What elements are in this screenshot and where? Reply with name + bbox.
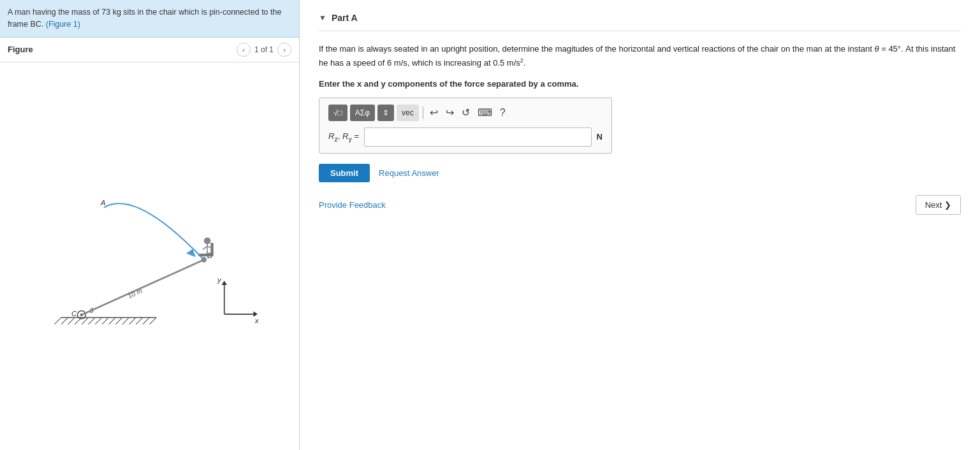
svg-line-9: [109, 317, 116, 324]
next-button[interactable]: Next ❯: [916, 195, 961, 215]
part-label: Part A: [332, 13, 358, 23]
svg-text:A: A: [100, 198, 106, 207]
redo-button[interactable]: ↪: [443, 105, 457, 120]
answer-input[interactable]: [364, 127, 592, 147]
svg-text:C: C: [71, 309, 77, 317]
svg-line-7: [95, 317, 102, 324]
left-panel: A man having the mass of 73 kg sits in t…: [0, 0, 300, 450]
toolbar-separator: [423, 106, 423, 119]
svg-line-15: [150, 317, 157, 324]
request-answer-link[interactable]: Request Answer: [379, 168, 439, 178]
svg-text:10 m: 10 m: [126, 286, 143, 300]
figure-header: Figure ‹ 1 of 1 ›: [0, 38, 299, 62]
figure-section: Figure ‹ 1 of 1 ›: [0, 38, 299, 451]
figure-canvas: C θ 10 m B: [0, 62, 299, 451]
input-label: Rz, Ry =: [328, 131, 359, 143]
svg-line-20: [82, 259, 204, 314]
vec-label: vec: [402, 108, 414, 117]
refresh-icon: ↺: [462, 106, 470, 119]
bottom-row: Provide Feedback Next ❯: [319, 195, 961, 215]
figure-title: Figure: [8, 45, 33, 54]
vec-button[interactable]: vec: [397, 105, 419, 121]
updown-icon: ⇕: [383, 108, 389, 117]
svg-line-3: [68, 317, 75, 324]
help-icon: ?: [500, 107, 506, 119]
undo-icon: ↩: [430, 106, 438, 119]
math-toolbar: √□ ΑΣφ ⇕ vec ↩ ↪ ↺ ⌨: [328, 105, 603, 121]
svg-line-10: [115, 317, 122, 324]
math-input-box: √□ ΑΣφ ⇕ vec ↩ ↪ ↺ ⌨: [319, 98, 612, 154]
keyboard-icon: ⌨: [478, 106, 492, 119]
refresh-button[interactable]: ↺: [459, 105, 472, 120]
figure-next-button[interactable]: ›: [277, 43, 291, 57]
svg-line-2: [61, 317, 68, 324]
svg-text:x: x: [254, 316, 260, 324]
redo-icon: ↪: [446, 106, 454, 119]
problem-statement: A man having the mass of 73 kg sits in t…: [0, 0, 299, 38]
svg-line-1: [54, 317, 61, 324]
svg-line-8: [102, 317, 109, 324]
svg-line-12: [129, 317, 136, 324]
figure-diagram: C θ 10 m B: [0, 62, 299, 451]
next-label: Next ❯: [925, 200, 951, 210]
keyboard-button[interactable]: ⌨: [475, 105, 495, 120]
alpha-sigma-button[interactable]: ΑΣφ: [350, 105, 375, 121]
submit-button[interactable]: Submit: [319, 164, 370, 182]
right-panel: ▼ Part A If the man is always seated in …: [300, 0, 980, 450]
question-main: If the man is always seated in an uprigh…: [319, 43, 961, 70]
figure-prev-button[interactable]: ‹: [237, 43, 251, 57]
figure-page: 1 of 1: [254, 45, 274, 54]
updown-button[interactable]: ⇕: [377, 105, 394, 121]
svg-text:y: y: [217, 275, 222, 283]
action-row: Submit Request Answer: [319, 164, 961, 182]
input-row: Rz, Ry = N: [328, 127, 603, 147]
svg-point-26: [204, 237, 211, 244]
figure-nav: ‹ 1 of 1 ›: [237, 43, 291, 57]
part-header: ▼ Part A: [319, 13, 961, 31]
collapse-icon[interactable]: ▼: [319, 13, 326, 22]
help-button[interactable]: ?: [497, 106, 508, 120]
alpha-sigma-label: ΑΣφ: [355, 108, 370, 117]
svg-line-6: [89, 317, 96, 324]
svg-line-14: [143, 317, 150, 324]
sqrt-button[interactable]: √□: [328, 105, 347, 121]
undo-button[interactable]: ↩: [427, 105, 441, 120]
svg-marker-37: [221, 280, 227, 284]
svg-line-11: [122, 317, 129, 324]
question-sub: Enter the x and y components of the forc…: [319, 79, 961, 89]
figure-link[interactable]: (Figure 1): [46, 20, 80, 29]
provide-feedback-link[interactable]: Provide Feedback: [319, 200, 386, 210]
svg-line-13: [136, 317, 143, 324]
sqrt-icon: √□: [333, 108, 342, 117]
svg-rect-25: [210, 242, 213, 254]
unit-label: N: [597, 132, 603, 142]
svg-line-28: [203, 246, 207, 249]
